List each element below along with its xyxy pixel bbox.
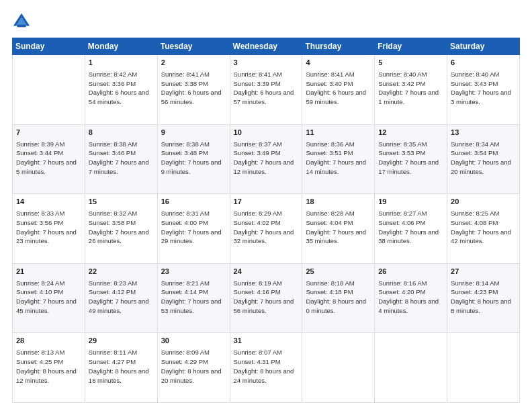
calendar-table: SundayMondayTuesdayWednesdayThursdayFrid…	[12, 38, 520, 403]
day-number: 21	[16, 267, 81, 277]
day-number: 16	[161, 197, 226, 208]
calendar-cell: 22Sunrise: 8:23 AMSunset: 4:12 PMDayligh…	[85, 263, 157, 333]
calendar-cell: 4Sunrise: 8:41 AMSunset: 3:40 PMDaylight…	[302, 55, 375, 125]
svg-rect-2	[17, 25, 26, 28]
calendar-cell: 26Sunrise: 8:16 AMSunset: 4:20 PMDayligh…	[375, 263, 447, 333]
calendar-header-wednesday: Wednesday	[230, 38, 302, 55]
day-number: 8	[89, 128, 154, 138]
calendar-cell: 10Sunrise: 8:37 AMSunset: 3:49 PMDayligh…	[230, 124, 302, 194]
calendar-header-tuesday: Tuesday	[157, 38, 230, 55]
calendar-cell: 18Sunrise: 8:28 AMSunset: 4:04 PMDayligh…	[302, 194, 375, 264]
calendar-header-friday: Friday	[375, 38, 447, 55]
calendar-week-row: 21Sunrise: 8:24 AMSunset: 4:10 PMDayligh…	[13, 263, 520, 333]
calendar-cell	[375, 333, 447, 403]
day-number: 19	[378, 197, 443, 208]
day-number: 27	[451, 267, 516, 277]
day-number: 3	[234, 58, 299, 68]
calendar-cell	[13, 55, 85, 125]
calendar-cell: 30Sunrise: 8:09 AMSunset: 4:29 PMDayligh…	[157, 333, 230, 403]
day-number: 20	[451, 197, 516, 208]
day-number: 30	[161, 336, 226, 347]
calendar-cell: 28Sunrise: 8:13 AMSunset: 4:25 PMDayligh…	[13, 333, 85, 403]
calendar-cell: 1Sunrise: 8:42 AMSunset: 3:36 PMDaylight…	[85, 55, 157, 125]
day-number: 25	[306, 267, 371, 277]
calendar-week-row: 7Sunrise: 8:39 AMSunset: 3:44 PMDaylight…	[13, 124, 520, 194]
day-number: 4	[306, 58, 371, 68]
day-number: 1	[89, 58, 154, 68]
calendar-cell: 9Sunrise: 8:38 AMSunset: 3:48 PMDaylight…	[157, 124, 230, 194]
calendar-cell	[447, 333, 520, 403]
page: SundayMondayTuesdayWednesdayThursdayFrid…	[0, 0, 532, 411]
calendar-cell: 31Sunrise: 8:07 AMSunset: 4:31 PMDayligh…	[230, 333, 302, 403]
day-number: 11	[306, 128, 371, 138]
day-number: 12	[378, 128, 443, 138]
calendar-cell: 7Sunrise: 8:39 AMSunset: 3:44 PMDaylight…	[13, 124, 85, 194]
day-number: 7	[16, 128, 81, 138]
calendar-cell: 20Sunrise: 8:25 AMSunset: 4:08 PMDayligh…	[447, 194, 520, 264]
day-number: 22	[89, 267, 154, 277]
calendar-header-sunday: Sunday	[13, 38, 85, 55]
day-number: 13	[451, 128, 516, 138]
calendar-week-row: 1Sunrise: 8:42 AMSunset: 3:36 PMDaylight…	[13, 55, 520, 125]
calendar-cell: 24Sunrise: 8:19 AMSunset: 4:16 PMDayligh…	[230, 263, 302, 333]
calendar-cell: 15Sunrise: 8:32 AMSunset: 3:58 PMDayligh…	[85, 194, 157, 264]
day-number: 23	[161, 267, 226, 277]
calendar-cell	[302, 333, 375, 403]
calendar-week-row: 14Sunrise: 8:33 AMSunset: 3:56 PMDayligh…	[13, 194, 520, 264]
day-number: 14	[16, 197, 81, 208]
calendar-cell: 5Sunrise: 8:40 AMSunset: 3:42 PMDaylight…	[375, 55, 447, 125]
calendar-cell: 12Sunrise: 8:35 AMSunset: 3:53 PMDayligh…	[375, 124, 447, 194]
day-number: 6	[451, 58, 516, 68]
day-number: 26	[378, 267, 443, 277]
day-number: 18	[306, 197, 371, 208]
calendar-cell: 19Sunrise: 8:27 AMSunset: 4:06 PMDayligh…	[375, 194, 447, 264]
calendar-cell: 11Sunrise: 8:36 AMSunset: 3:51 PMDayligh…	[302, 124, 375, 194]
calendar-header-thursday: Thursday	[302, 38, 375, 55]
calendar-cell: 13Sunrise: 8:34 AMSunset: 3:54 PMDayligh…	[447, 124, 520, 194]
day-number: 10	[234, 128, 299, 138]
day-number: 17	[234, 197, 299, 208]
day-number: 28	[16, 336, 81, 347]
header	[12, 12, 520, 31]
day-number: 24	[234, 267, 299, 277]
calendar-cell: 17Sunrise: 8:29 AMSunset: 4:02 PMDayligh…	[230, 194, 302, 264]
day-number: 2	[161, 58, 226, 68]
calendar-cell: 6Sunrise: 8:40 AMSunset: 3:43 PMDaylight…	[447, 55, 520, 125]
calendar-cell: 2Sunrise: 8:41 AMSunset: 3:38 PMDaylight…	[157, 55, 230, 125]
calendar-cell: 16Sunrise: 8:31 AMSunset: 4:00 PMDayligh…	[157, 194, 230, 264]
calendar-cell: 3Sunrise: 8:41 AMSunset: 3:39 PMDaylight…	[230, 55, 302, 125]
day-number: 5	[378, 58, 443, 68]
logo	[12, 12, 34, 31]
calendar-cell: 27Sunrise: 8:14 AMSunset: 4:23 PMDayligh…	[447, 263, 520, 333]
logo-icon	[12, 12, 31, 31]
calendar-cell: 23Sunrise: 8:21 AMSunset: 4:14 PMDayligh…	[157, 263, 230, 333]
calendar-cell: 29Sunrise: 8:11 AMSunset: 4:27 PMDayligh…	[85, 333, 157, 403]
calendar-header-monday: Monday	[85, 38, 157, 55]
calendar-cell: 14Sunrise: 8:33 AMSunset: 3:56 PMDayligh…	[13, 194, 85, 264]
calendar-cell: 8Sunrise: 8:38 AMSunset: 3:46 PMDaylight…	[85, 124, 157, 194]
calendar-week-row: 28Sunrise: 8:13 AMSunset: 4:25 PMDayligh…	[13, 333, 520, 403]
calendar-cell: 25Sunrise: 8:18 AMSunset: 4:18 PMDayligh…	[302, 263, 375, 333]
calendar-cell: 21Sunrise: 8:24 AMSunset: 4:10 PMDayligh…	[13, 263, 85, 333]
day-number: 31	[234, 336, 299, 347]
day-number: 29	[89, 336, 154, 347]
day-number: 15	[89, 197, 154, 208]
day-number: 9	[161, 128, 226, 138]
calendar-header-row: SundayMondayTuesdayWednesdayThursdayFrid…	[13, 38, 520, 55]
calendar-header-saturday: Saturday	[447, 38, 520, 55]
